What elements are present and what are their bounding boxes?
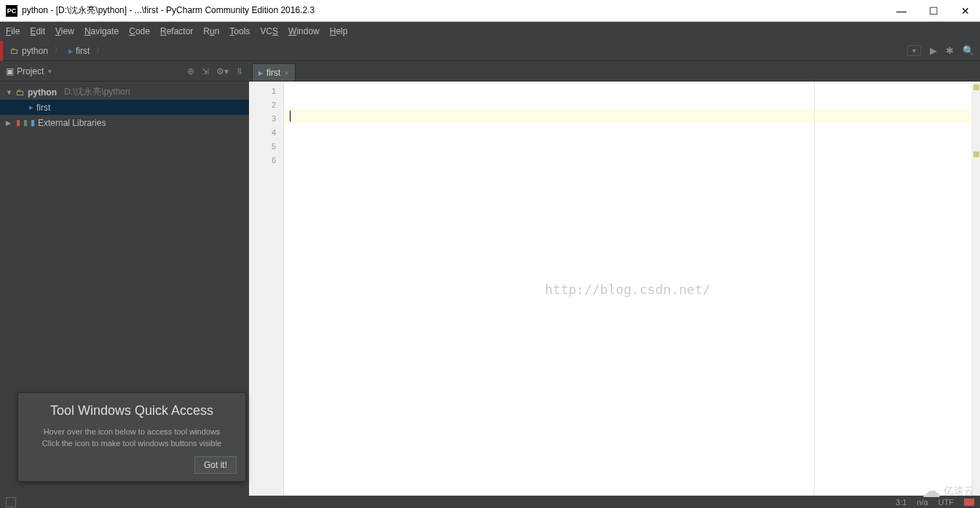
project-tool-window: ▣ Project ▾ ⊕ ⇲ ⚙▾ ⥮ ▼ 🗀 python D:\沈永亮\p… (0, 61, 249, 496)
run-config-dropdown[interactable]: ▾ (907, 45, 921, 56)
code-area[interactable]: http://blog.csdn.net/ (284, 82, 971, 496)
minimize-button[interactable]: — (893, 5, 910, 17)
tab-label: first (266, 68, 280, 78)
status-bar: 3:1 n/a UTF (0, 496, 980, 508)
tree-root-name: python (28, 87, 57, 98)
project-tool-header: ▣ Project ▾ ⊕ ⇲ ⚙▾ ⥮ (0, 61, 249, 82)
main-area: ▣ Project ▾ ⊕ ⇲ ⚙▾ ⥮ ▼ 🗀 python D:\沈永亮\p… (0, 61, 980, 496)
menubar: File Edit View Navigate Code Refactor Ru… (0, 22, 980, 41)
breadcrumb-root-label: python (22, 46, 48, 56)
pycharm-icon: PC (6, 5, 17, 17)
menu-edit[interactable]: Edit (30, 26, 45, 36)
text-caret (290, 111, 291, 122)
line-gutter: 1 2 3 4 5 6 (249, 82, 284, 496)
folder-icon: 🗀 (16, 87, 25, 98)
menu-navigate[interactable]: Navigate (84, 26, 119, 36)
maximize-button[interactable]: ☐ (925, 5, 942, 17)
code-line-5[interactable] (284, 137, 971, 151)
stripe-marker[interactable] (973, 84, 979, 90)
breadcrumb-root[interactable]: 🗀 python (6, 44, 52, 57)
menu-file[interactable]: File (6, 26, 20, 36)
project-tool-icon: ▣ (6, 66, 14, 76)
line-number: 6 (249, 154, 276, 167)
cloud-text: 亿速云 (944, 485, 974, 498)
project-tree: ▼ 🗀 python D:\沈永亮\python ▸ first ▶ ▮▮▮ E… (0, 82, 249, 133)
breadcrumb-separator-end: 〉 (95, 44, 104, 57)
editor-tab-first[interactable]: ▸ first × (252, 63, 296, 81)
tooltip-line1: Hover over the icon below to access tool… (27, 426, 237, 437)
tool-window-toggle-button[interactable] (6, 497, 16, 507)
tree-file-label: first (36, 103, 50, 113)
line-number: 2 (249, 98, 276, 112)
library-icon-2: ▮ (23, 118, 28, 127)
tree-project-root[interactable]: ▼ 🗀 python D:\沈永亮\python (0, 84, 249, 100)
watermark-text: http://blog.csdn.net/ (545, 281, 711, 296)
breadcrumb-separator: 〉 (54, 44, 63, 57)
menu-window[interactable]: Window (288, 26, 320, 36)
tree-ext-lib-label: External Libraries (38, 118, 106, 128)
code-line-1[interactable] (284, 82, 971, 95)
tool-windows-tooltip: Tool Windows Quick Access Hover over the… (17, 392, 246, 482)
project-tool-label: Project (17, 66, 44, 76)
menu-view[interactable]: View (55, 26, 74, 36)
code-line-2[interactable] (284, 95, 971, 109)
code-line-4[interactable] (284, 123, 971, 137)
scroll-to-source-icon[interactable]: ⊕ (187, 66, 194, 76)
settings-icon[interactable]: ⚙▾ (216, 66, 229, 76)
line-number: 1 (249, 84, 276, 98)
tree-external-libraries[interactable]: ▶ ▮▮▮ External Libraries (0, 115, 249, 130)
expand-arrow-icon[interactable]: ▶ (6, 119, 13, 127)
window-title: python - [D:\沈永亮\python] - ...\first - P… (22, 4, 315, 17)
python-file-icon: ▸ (258, 68, 263, 78)
tooltip-gotit-button[interactable]: Got it! (194, 456, 237, 474)
cloud-icon: ☁ (922, 480, 941, 502)
collapse-all-icon[interactable]: ⇲ (202, 66, 209, 76)
menu-help[interactable]: Help (330, 26, 348, 36)
menu-vcs[interactable]: VCS (260, 26, 278, 36)
line-number: 5 (249, 140, 276, 154)
debug-icon[interactable]: ✱ (946, 45, 954, 56)
python-file-icon: ▸ (68, 46, 73, 56)
tree-file-first[interactable]: ▸ first (0, 100, 249, 115)
tab-close-icon[interactable]: × (284, 68, 288, 77)
python-file-icon: ▸ (29, 103, 33, 112)
editor-area: ▸ first × 1 2 3 4 5 6 (249, 61, 980, 496)
navigation-bar: 🗀 python 〉 ▸ first 〉 ▾ ▶ ✱ 🔍 (0, 41, 980, 61)
close-button[interactable]: ✕ (957, 5, 974, 17)
menu-code[interactable]: Code (129, 26, 150, 36)
code-line-6[interactable] (284, 151, 971, 164)
editor-tabs: ▸ first × (249, 61, 980, 82)
code-line-3-active[interactable] (284, 109, 971, 123)
cursor-position[interactable]: 3:1 (896, 498, 906, 507)
library-icon-3: ▮ (31, 118, 35, 127)
hide-icon[interactable]: ⥮ (236, 66, 243, 76)
tree-root-path: D:\沈永亮\python (64, 86, 130, 98)
menu-run[interactable]: Run (203, 26, 219, 36)
menu-refactor[interactable]: Refactor (160, 26, 193, 36)
line-number: 4 (249, 126, 276, 140)
editor[interactable]: 1 2 3 4 5 6 http://blog.csdn.net/ (249, 82, 980, 496)
line-number: 3 (249, 112, 276, 126)
tooltip-title: Tool Windows Quick Access (27, 403, 237, 418)
project-header-actions: ⊕ ⇲ ⚙▾ ⥮ (187, 66, 243, 76)
breadcrumb-file-label: first (76, 46, 90, 56)
error-stripe[interactable] (971, 82, 980, 496)
tooltip-line2: Click the icon to make tool windows butt… (27, 437, 237, 449)
run-icon[interactable]: ▶ (930, 45, 937, 56)
navbar-right-controls: ▾ ▶ ✱ 🔍 (907, 45, 974, 56)
breadcrumb-file[interactable]: ▸ first (64, 44, 94, 57)
folder-icon: 🗀 (10, 46, 19, 56)
project-view-dropdown[interactable]: ▾ (48, 68, 52, 75)
cloud-watermark: ☁ 亿速云 (922, 480, 974, 502)
titlebar: PC python - [D:\沈永亮\python] - ...\first … (0, 0, 980, 22)
stripe-marker[interactable] (973, 151, 979, 157)
search-icon[interactable]: 🔍 (963, 45, 974, 56)
window-controls: — ☐ ✕ (893, 5, 974, 17)
right-margin-guide (814, 82, 815, 496)
menu-tools[interactable]: Tools (229, 26, 250, 36)
library-icon: ▮ (16, 118, 20, 127)
expand-arrow-icon[interactable]: ▼ (6, 89, 13, 96)
